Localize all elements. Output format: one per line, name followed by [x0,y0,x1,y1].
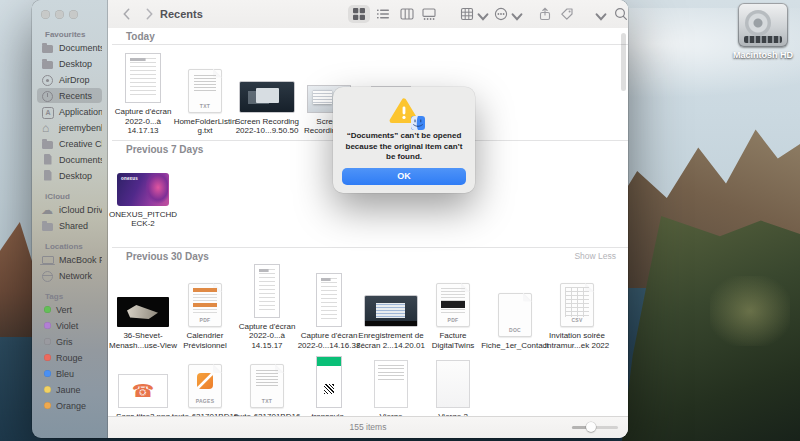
group-icon[interactable] [460,7,474,21]
sidebar-tag-item[interactable]: Violet [37,318,102,333]
file-item[interactable]: TXT texte-621701BD16 [236,354,298,417]
icloud-items: iCloud Drive Shared [32,202,107,233]
scrollbar[interactable] [621,33,626,91]
minimize-button[interactable] [55,10,64,19]
file-type-badge: TXT [189,103,221,109]
overflow-chevron-icon[interactable] [594,10,602,18]
alert-dialog: “Documents” can’t be opened because the … [333,87,475,193]
file-item[interactable]: Screen Recording 2022-10...9.50.50 [236,55,298,136]
file-type-badge: CSV [561,317,593,323]
zoom-button[interactable] [69,10,78,19]
more-actions-icon[interactable] [494,7,508,21]
sidebar-tag-item[interactable]: Rouge [37,350,102,365]
sidebar-item[interactable]: Shared [37,218,102,233]
file-item[interactable]: Capture d'écran 2022-0...14.16.38 [298,273,360,350]
sidebar-item-icon [41,42,54,54]
sidebar-item-icon [41,90,54,102]
file-name: Capture d'écran 2022-0...à 14.15.17 [233,322,301,351]
sidebar-item[interactable]: Desktop [37,168,102,183]
list-view-icon[interactable] [376,7,390,21]
sidebar-item-label: Network [59,271,92,281]
file-item[interactable]: Vierge 2 [422,354,484,417]
tag-label: Vert [56,305,72,315]
sidebar-item-label: Recents [59,91,92,101]
file-item[interactable]: TXT HomeFolderListin g.txt [174,55,236,136]
file-item[interactable]: PDF Calendrier Prévisionnel [174,273,236,350]
sidebar-tag-item[interactable]: Gris [37,334,102,349]
finder-badge-icon [411,116,425,130]
previous-30-days-grid: 36-Shevet- Menash...use-View PDF Calendr… [112,264,628,418]
locations-items: MacBook Pr... Network [32,252,107,283]
sidebar-item[interactable]: AirDrop [37,72,102,87]
sidebar-item[interactable]: Documents [37,40,102,55]
file-item[interactable]: transavia- [298,354,360,417]
thumbnail-text: onexus [121,176,138,181]
sidebar-item[interactable]: Desktop [37,56,102,71]
file-item[interactable]: CSV Invitation soirée Intramur...ek 2022 [546,273,608,350]
tag-color-dot [44,402,51,409]
file-thumbnail-box [360,273,422,327]
sidebar-item-label: Applications [59,107,102,117]
file-type-badge: TXT [251,398,283,404]
search-icon[interactable] [614,7,628,21]
file-item[interactable]: Capture d'écran 2022-0...à 14.15.17 [236,264,298,351]
sidebar-item-icon [41,220,54,232]
more-actions-chevron-icon[interactable] [510,10,518,18]
file-thumbnail-box [298,354,360,408]
sidebar-item[interactable]: Applications [37,104,102,119]
sidebar-item[interactable]: Recents [37,88,102,103]
gallery-view-icon[interactable] [422,7,436,21]
sidebar-item[interactable]: Network [37,268,102,283]
section-header-previous-30-days: Previous 30 Days Show Less [112,248,628,264]
sidebar-item[interactable]: Creative Clo... [37,136,102,151]
file-item[interactable]: Enregistrement de l'écran 2...14.20.01 [360,273,422,350]
sidebar-item-icon [41,122,54,134]
sidebar-tag-item[interactable]: Jaune [37,382,102,397]
column-view-icon[interactable] [400,7,414,21]
sidebar-item[interactable]: Documents [37,152,102,167]
file-item[interactable]: Capture d'écran 2022-0...à 14.17.13 [112,45,174,136]
macintosh-hd-desktop-icon[interactable]: Macintosh HD [731,3,795,60]
sidebar-item-label: Documents [59,43,102,53]
file-item[interactable]: 36-Shevet- Menash...use-View [112,273,174,350]
tags-icon[interactable] [560,7,574,21]
sidebar-tag-item[interactable]: Vert [37,302,102,317]
close-button[interactable] [41,10,50,19]
file-name: 36-Shevet- Menash...use-View [109,331,177,350]
sidebar-section-tags: Tags [32,292,107,302]
group-chevron-icon[interactable] [476,10,484,18]
file-thumbnail-box [360,354,422,408]
file-item[interactable]: onexus ONEXUS_PITCHD ECK-2 [112,157,174,229]
file-thumbnail-box: PDF [422,273,484,327]
alert-message: “Documents” can’t be opened because the … [333,131,475,163]
file-item[interactable]: Vierge [360,354,422,417]
sidebar-item-label: Desktop [59,59,92,69]
file-item[interactable]: PAGES texte-621701BD16 [174,354,236,417]
sidebar-item-icon [41,170,54,182]
grid-view-button[interactable] [348,5,370,23]
icon-size-slider[interactable] [572,426,618,429]
grid-view-icon [352,7,366,21]
file-name: Screen Recording 2022-10...9.50.50 [233,117,301,136]
file-thumbnail [316,273,342,327]
file-item[interactable]: DOC Fiche_1er_Contact [484,283,546,351]
share-icon[interactable] [538,7,552,21]
sidebar-item-label: AirDrop [59,75,90,85]
forward-icon[interactable] [142,7,156,21]
sidebar: Favourites Documents Desktop AirDrop [32,0,108,438]
sidebar-item[interactable]: iCloud Drive [37,202,102,217]
sidebar-item[interactable]: MacBook Pr... [37,252,102,267]
sidebar-tag-item[interactable]: Orange [37,398,102,413]
file-item[interactable]: Sans titre2.png [112,354,174,417]
sidebar-tag-item[interactable]: Bleu [37,366,102,381]
back-icon[interactable] [120,7,134,21]
file-item[interactable]: PDF Facture DigitalTwins [422,273,484,350]
sidebar-item[interactable]: jeremybenh... [37,120,102,135]
file-thumbnail: PAGES [188,364,222,408]
file-thumbnail-box [112,273,174,327]
sidebar-item-label: Shared [59,221,88,231]
show-less-link[interactable]: Show Less [574,251,616,261]
sidebar-item-icon [41,254,54,266]
ok-button[interactable]: OK [342,168,466,185]
file-thumbnail-box [112,45,174,103]
